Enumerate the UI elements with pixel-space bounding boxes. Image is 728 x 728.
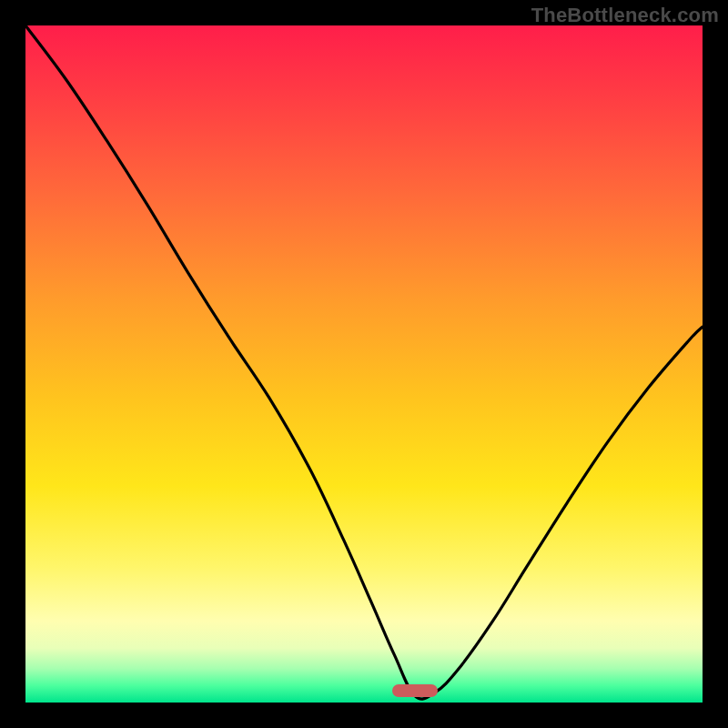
watermark-text: TheBottleneck.com xyxy=(531,4,719,27)
optimal-marker-pill xyxy=(392,684,438,697)
chart-frame: TheBottleneck.com xyxy=(0,0,728,728)
plot-area xyxy=(25,25,703,703)
bottleneck-curve xyxy=(25,25,703,703)
